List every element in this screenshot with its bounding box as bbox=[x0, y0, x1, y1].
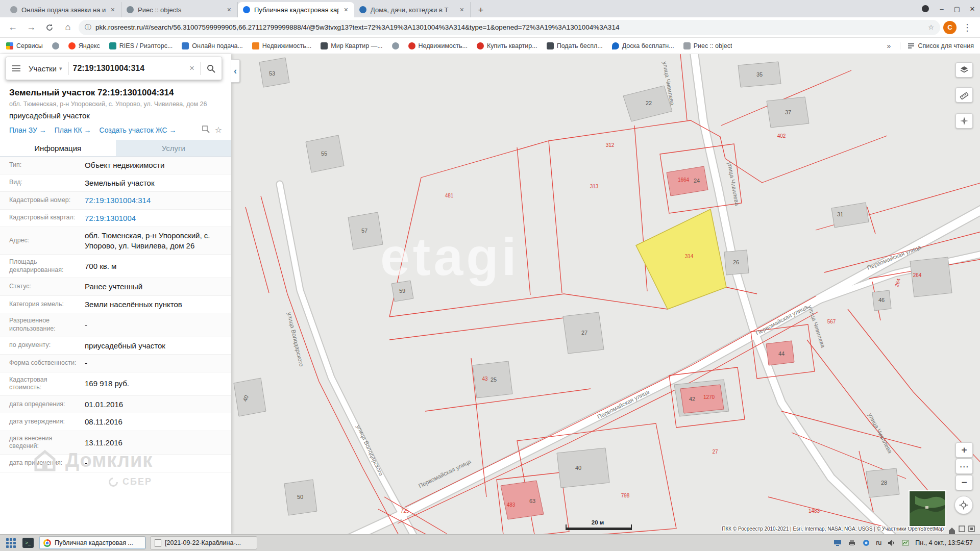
profile-icon[interactable] bbox=[922, 5, 929, 12]
clock[interactable]: Пн., 4 окт., 13:54:57 bbox=[915, 539, 973, 546]
globe-icon bbox=[52, 42, 59, 49]
new-tab-button[interactable]: + bbox=[474, 3, 488, 17]
printer-tray-icon[interactable] bbox=[847, 539, 856, 547]
favorite-star-icon[interactable]: ☆ bbox=[215, 125, 222, 135]
browser-tab-1[interactable]: Онлайн подача заявки на и × bbox=[5, 2, 121, 17]
search-input[interactable] bbox=[73, 64, 184, 73]
svg-text:40: 40 bbox=[575, 465, 581, 471]
info-row-status: Статус:Ранее учтенный bbox=[0, 278, 231, 296]
sync-tray-icon[interactable] bbox=[862, 539, 871, 547]
svg-text:1664: 1664 bbox=[678, 177, 690, 183]
search-category-dropdown[interactable]: Участки ▾ bbox=[27, 64, 64, 73]
panel-collapse-button[interactable]: ‹ bbox=[231, 59, 240, 83]
measure-button[interactable] bbox=[955, 87, 973, 103]
document-icon bbox=[155, 539, 161, 547]
bookmark-buy-flat[interactable]: Купить квартир... bbox=[477, 42, 537, 49]
svg-text:53: 53 bbox=[269, 70, 275, 77]
bookmark-realty-1[interactable]: Недвижимость... bbox=[252, 42, 311, 49]
site-info-icon[interactable]: ⓘ bbox=[85, 23, 91, 32]
tab-close-icon[interactable]: × bbox=[110, 6, 116, 14]
bookmark-post-free[interactable]: Подать беспл... bbox=[547, 42, 603, 49]
back-button[interactable]: ← bbox=[5, 20, 20, 35]
parcel-address-subtitle: обл. Тюменская, р-н Упоровский, с. Упоро… bbox=[9, 101, 222, 108]
tab-close-icon[interactable]: × bbox=[343, 6, 349, 14]
site-icon bbox=[683, 42, 691, 49]
maximize-button[interactable]: ▢ bbox=[949, 0, 965, 17]
bookmark-globe[interactable] bbox=[52, 42, 59, 49]
cadastral-block-link[interactable]: 72:19:1301004 bbox=[85, 213, 143, 223]
svg-text:55: 55 bbox=[321, 151, 327, 157]
display-tray-icon[interactable] bbox=[833, 539, 842, 547]
plan-zu-link[interactable]: План ЗУ → bbox=[9, 126, 46, 134]
map-canvas[interactable]: 53 22 35 37 55 57 59 26 31 46 27 25 44 4… bbox=[231, 54, 980, 534]
reading-list-button[interactable]: Список для чтения bbox=[900, 42, 974, 49]
svg-text:31: 31 bbox=[837, 211, 843, 217]
keyboard-layout-indicator[interactable]: ru bbox=[876, 539, 881, 546]
bookmark-ries-object[interactable]: Риес :: object bbox=[683, 42, 732, 49]
info-row-date-entered: дата внесения сведений:13.11.2016 bbox=[0, 431, 231, 455]
tab-information[interactable]: Информация bbox=[0, 140, 116, 156]
tab-title: Онлайн подача заявки на и bbox=[21, 6, 106, 14]
url-input[interactable] bbox=[95, 23, 924, 31]
site-icon bbox=[182, 42, 189, 49]
tab-favicon bbox=[127, 6, 134, 13]
bookmarks-bar: Сервисы Яндекс RIES / Риэлторс... Онлайн… bbox=[0, 38, 980, 54]
info-row-permitted-use: Разрешенное использование:- bbox=[0, 313, 231, 337]
close-window-button[interactable]: ✕ bbox=[965, 0, 980, 17]
terminal-launcher-button[interactable]: >_ bbox=[21, 536, 35, 549]
bookmark-services[interactable]: Сервисы bbox=[6, 42, 43, 49]
browser-tab-4[interactable]: Дома, дачи, коттеджи в Т × bbox=[354, 2, 471, 17]
taskbar-window-pkk[interactable]: Публичная кадастровая ... bbox=[39, 536, 146, 549]
tab-close-icon[interactable]: × bbox=[459, 6, 465, 14]
position-button[interactable] bbox=[955, 113, 973, 129]
volume-tray-icon[interactable] bbox=[887, 539, 896, 547]
taskbar-window-document[interactable]: [2021-09-22-Караблина-... bbox=[150, 536, 257, 549]
home-button[interactable]: ⌂ bbox=[60, 20, 76, 35]
bookmark-realty-2[interactable]: Недвижимость... bbox=[408, 42, 468, 49]
overview-minimap[interactable] bbox=[909, 491, 946, 527]
reload-button[interactable] bbox=[42, 20, 57, 35]
zoom-out-button[interactable]: − bbox=[955, 475, 973, 490]
bookmark-online[interactable]: Онлайн подача... bbox=[182, 42, 243, 49]
search-button[interactable] bbox=[205, 64, 217, 73]
svg-text:63: 63 bbox=[529, 498, 535, 504]
search-box: Участки ▾ × bbox=[6, 57, 222, 80]
info-row-area: Площадь декларированная:700 кв. м bbox=[0, 255, 231, 278]
minimize-button[interactable]: – bbox=[934, 0, 949, 17]
geolocate-button[interactable] bbox=[954, 496, 973, 514]
screen: Онлайн подача заявки на и × Риес :: obje… bbox=[0, 0, 980, 551]
tab-services[interactable]: Услуги bbox=[116, 140, 232, 156]
bookmark-star-icon[interactable]: ☆ bbox=[928, 23, 934, 31]
area-select-icon[interactable] bbox=[202, 125, 210, 133]
clear-search-icon[interactable]: × bbox=[188, 63, 196, 73]
profile-avatar[interactable]: С bbox=[943, 21, 957, 34]
browser-tab-2[interactable]: Риес :: objects × bbox=[121, 2, 238, 17]
site-icon bbox=[321, 42, 328, 49]
url-bar[interactable]: ⓘ ☆ bbox=[79, 20, 940, 35]
cadastral-number-link[interactable]: 72:19:1301004:314 bbox=[85, 195, 158, 206]
plan-kk-link[interactable]: План КК → bbox=[55, 126, 91, 134]
info-row-date-determined: дата определения:01.01.2016 bbox=[0, 396, 231, 414]
forward-button[interactable]: → bbox=[23, 20, 39, 35]
bookmarks-overflow-icon[interactable]: » bbox=[887, 42, 891, 50]
menu-hamburger-icon[interactable] bbox=[10, 63, 22, 73]
bookmark-board[interactable]: Доска бесплатн... bbox=[612, 42, 674, 49]
bookmark-mirkvartir[interactable]: Мир Квартир —... bbox=[321, 42, 382, 49]
monitor-tray-icon[interactable] bbox=[901, 539, 910, 547]
zoom-more-button[interactable]: ⋯ bbox=[955, 459, 973, 474]
svg-text:57: 57 bbox=[361, 228, 368, 234]
svg-text:50: 50 bbox=[297, 494, 303, 500]
browser-tab-3-active[interactable]: Публичная кадастровая кар × bbox=[238, 2, 354, 17]
tab-title: Дома, дачи, коттеджи в Т bbox=[371, 6, 455, 14]
zoom-in-button[interactable]: + bbox=[955, 442, 973, 458]
layers-button[interactable] bbox=[955, 62, 973, 78]
browser-menu-icon[interactable]: ⋮ bbox=[960, 20, 975, 35]
create-zhs-link[interactable]: Создать участок ЖС → bbox=[100, 126, 177, 134]
tab-close-icon[interactable]: × bbox=[226, 6, 232, 14]
bookmark-globe-2[interactable] bbox=[392, 42, 399, 49]
app-menu-button[interactable] bbox=[4, 536, 17, 549]
tab-favicon bbox=[243, 6, 250, 13]
bookmark-ries[interactable]: RIES / Риэлторс... bbox=[109, 42, 173, 49]
search-icon bbox=[207, 64, 215, 73]
bookmark-yandex[interactable]: Яндекс bbox=[68, 42, 100, 49]
